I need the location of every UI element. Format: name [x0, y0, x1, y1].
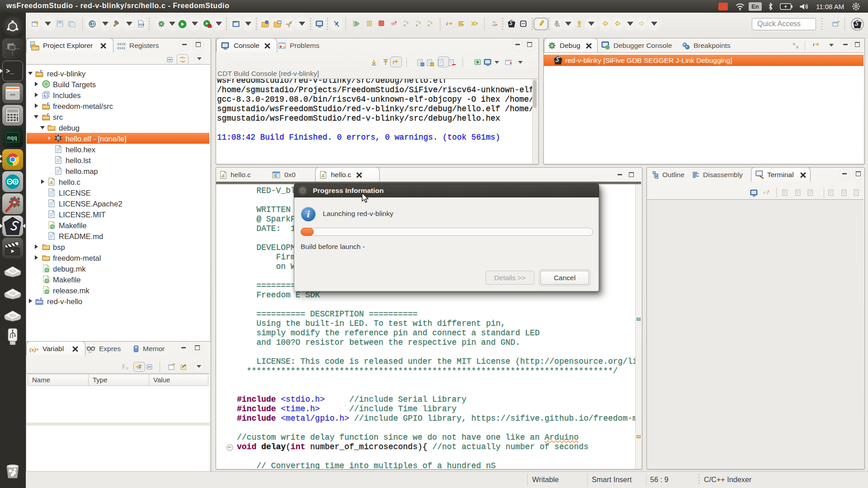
svg-text:c: c	[274, 173, 277, 178]
svg-text:>_: >_	[6, 68, 14, 75]
svg-text:nqq: nqq	[7, 135, 17, 141]
svg-text:i: i	[446, 21, 448, 26]
svg-text:010: 010	[139, 23, 144, 27]
svg-text:i: i	[813, 42, 815, 47]
